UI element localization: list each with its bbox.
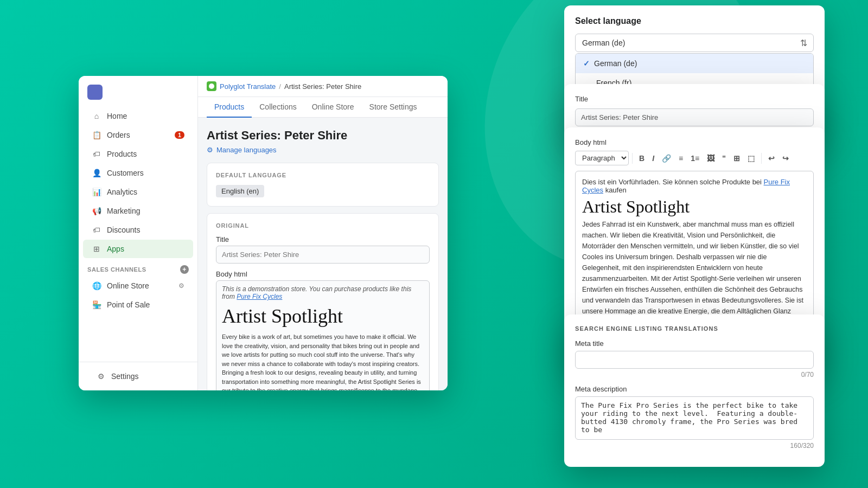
german-body-text: Jedes Fahrrad ist ein Kunstwerk, aber ma… (582, 219, 807, 328)
panel-title: Select language (575, 16, 814, 26)
original-card: ORIGINAL Title Body html This is a demon… (207, 213, 439, 390)
sidebar-item-label: Orders (107, 131, 130, 139)
sidebar-item-customers[interactable]: 👤 Customers (83, 164, 193, 182)
sidebar-item-label: Discounts (107, 226, 140, 234)
check-icon: ✓ (583, 59, 590, 68)
default-lang-section-title: Default language (216, 172, 430, 178)
redo-button[interactable]: ↪ (779, 152, 792, 165)
bold-button[interactable]: B (636, 152, 648, 165)
intro-suffix: kaufen (605, 186, 627, 194)
meta-description-char-count: 160/320 (575, 442, 814, 450)
demo-text: This is a demonstration store. You can p… (222, 285, 424, 300)
original-section-title: ORIGINAL (216, 222, 430, 229)
analytics-icon: 📊 (92, 187, 101, 197)
meta-title-char-count: 0/70 (575, 371, 814, 378)
sidebar-item-pos[interactable]: 🏪 Point of Sale (83, 296, 193, 314)
meta-title-input[interactable] (575, 351, 814, 369)
undo-button[interactable]: ↩ (765, 152, 778, 165)
default-language-card: Default language English (en) (207, 163, 439, 207)
dropdown-label: German (de) (594, 59, 637, 68)
image-button[interactable]: 🖼 (704, 152, 718, 165)
sidebar-item-label: Analytics (107, 188, 137, 196)
shopify-logo-icon (87, 85, 103, 100)
rich-text-editor[interactable]: Dies ist ein Vorführladen. Sie können so… (575, 171, 814, 335)
breadcrumb-separator: / (279, 82, 281, 91)
artist-spotlight-cursive: Artist Spotlight (222, 305, 424, 328)
demo-link[interactable]: Pure Fix Cycles (237, 293, 282, 300)
meta-title-label: Meta title (575, 339, 814, 348)
page-title: Artist Series: Peter Shire (207, 129, 439, 143)
ordered-list-button[interactable]: 1≡ (687, 152, 703, 165)
sales-channels-section: SALES CHANNELS + (79, 259, 197, 276)
sidebar-item-discounts[interactable]: 🏷 Discounts (83, 221, 193, 239)
language-select[interactable]: German (de) French (fr) Dutch (nl) (575, 34, 814, 52)
products-icon: 🏷 (92, 149, 101, 159)
sidebar-footer: ⚙ Settings (79, 362, 197, 390)
app-window: ⌂ Home 📋 Orders 1 🏷 Products 👤 Customers… (79, 76, 448, 390)
link-button[interactable]: 🔗 (659, 152, 674, 165)
dropdown-item-german[interactable]: ✓ German (de) (576, 54, 813, 73)
page-content: Artist Series: Peter Shire ⚙ Manage lang… (198, 118, 448, 390)
title-field-label: Title (575, 95, 814, 103)
discounts-icon: 🏷 (92, 225, 101, 235)
sidebar-item-apps[interactable]: ⊞ Apps (83, 240, 193, 258)
sidebar-item-label: Point of Sale (107, 300, 150, 309)
sidebar-item-marketing[interactable]: 📢 Marketing (83, 202, 193, 220)
title-translation-input[interactable] (575, 108, 814, 126)
svg-point-0 (209, 84, 214, 89)
home-icon: ⌂ (92, 111, 101, 121)
language-select-wrapper: German (de) French (fr) Dutch (nl) ⇅ (575, 34, 814, 52)
sidebar-item-label: Products (107, 150, 137, 158)
polyglot-icon (207, 81, 216, 91)
sidebar-item-analytics[interactable]: 📊 Analytics (83, 183, 193, 201)
tab-bar: Products Collections Online Store Store … (198, 97, 448, 118)
title-input[interactable] (216, 246, 430, 264)
table-button[interactable]: ⊞ (730, 152, 743, 165)
sidebar-item-label: Online Store (107, 281, 149, 290)
tab-online-store[interactable]: Online Store (304, 97, 362, 118)
apps-icon: ⊞ (92, 244, 101, 254)
body-html-area: This is a demonstration store. You can p… (216, 280, 430, 390)
sales-channels-title: SALES CHANNELS (87, 266, 146, 273)
title-label: Title (216, 235, 430, 243)
meta-description-label: Meta description (575, 385, 814, 393)
settings-label: Settings (111, 372, 139, 381)
manage-languages-button[interactable]: ⚙ Manage languages (207, 146, 439, 154)
tab-collections[interactable]: Collections (252, 97, 304, 118)
tab-products[interactable]: Products (207, 97, 252, 118)
customers-icon: 👤 (92, 168, 101, 178)
sidebar-item-label: Marketing (107, 207, 140, 215)
editor-toolbar: Paragraph B I 🔗 ≡ 1≡ 🖼 " ⊞ ⬚ ↩ ↪ (575, 151, 814, 165)
italic-button[interactable]: I (649, 152, 658, 165)
seo-panel: SEARCH ENGINE LISTING TRANSLATIONS Meta … (564, 314, 825, 467)
intro-text: Dies ist ein Vorführladen. Sie können so… (582, 178, 807, 194)
online-store-settings-icon[interactable]: ⚙ (178, 282, 184, 290)
unordered-list-button[interactable]: ≡ (675, 152, 686, 165)
breadcrumb-app[interactable]: Polyglot Translate (220, 82, 276, 91)
sidebar-item-online-store[interactable]: 🌐 Online Store ⚙ (83, 277, 193, 295)
body-html-field-label: Body html (575, 138, 814, 146)
breadcrumb-current: Artist Series: Peter Shire (284, 82, 361, 91)
quote-button[interactable]: " (719, 152, 729, 165)
meta-description-textarea[interactable]: The Pure Fix Pro Series is the perfect b… (575, 396, 814, 440)
paragraph-style-select[interactable]: Paragraph (575, 151, 629, 165)
sidebar-item-products[interactable]: 🏷 Products (83, 145, 193, 163)
breadcrumb-bar: Polyglot Translate / Artist Series: Pete… (198, 76, 448, 97)
artist-spotlight-cursive-translated: Artist Spotlight (582, 196, 807, 217)
sidebar-item-label: Apps (107, 245, 124, 253)
toolbar-divider (632, 153, 633, 164)
settings-icon: ⚙ (96, 371, 106, 381)
main-content: Polyglot Translate / Artist Series: Pete… (198, 76, 448, 390)
intro-content: Dies ist ein Vorführladen. Sie können so… (582, 178, 764, 186)
sidebar-item-home[interactable]: ⌂ Home (83, 107, 193, 125)
online-store-icon: 🌐 (92, 281, 101, 291)
sidebar: ⌂ Home 📋 Orders 1 🏷 Products 👤 Customers… (79, 76, 198, 390)
embed-button[interactable]: ⬚ (744, 152, 758, 165)
toolbar-divider-2 (761, 153, 762, 164)
sidebar-item-label: Customers (107, 169, 144, 177)
sidebar-item-settings[interactable]: ⚙ Settings (87, 367, 189, 386)
sidebar-item-orders[interactable]: 📋 Orders 1 (83, 126, 193, 144)
orders-icon: 📋 (92, 130, 101, 140)
tab-store-settings[interactable]: Store Settings (362, 97, 425, 118)
add-sales-channel-button[interactable]: + (180, 265, 189, 274)
